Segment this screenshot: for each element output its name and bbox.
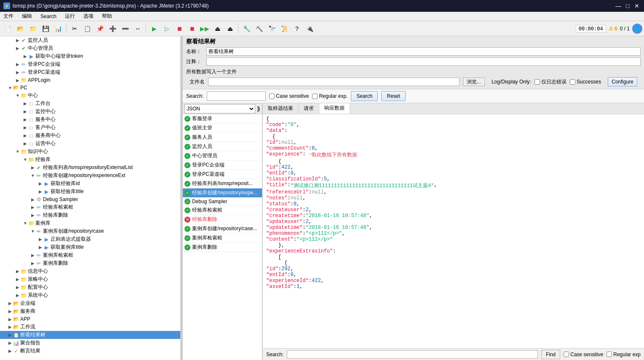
configure-button[interactable]: Configure <box>608 77 637 86</box>
tree-arrow-icon[interactable]: ▶ <box>8 341 13 346</box>
tree-node[interactable]: ▶ ✏ 登录PC渠道端 <box>0 68 180 76</box>
tree-node[interactable]: ▶ ✔ 中心管理员 <box>0 44 180 52</box>
tree-node[interactable]: ▶ 📁 策略中心 <box>0 275 180 283</box>
sampler-item[interactable]: ✓ 经验库创建/repository/expe... <box>183 188 262 198</box>
tab-request[interactable]: 请求 <box>299 103 319 114</box>
comment-input[interactable] <box>206 57 641 66</box>
bottom-search-input[interactable] <box>287 350 538 359</box>
func-button[interactable]: ? <box>291 23 303 35</box>
case-sensitive-label[interactable]: Case sensitive <box>269 93 309 99</box>
tree-arrow-icon[interactable]: ▼ <box>23 157 28 162</box>
remote-exit-button[interactable]: ⏏ <box>224 23 236 35</box>
tree-arrow-icon[interactable]: ▼ <box>15 149 20 154</box>
tree-node[interactable]: ▶ ✏ 经验库检索框 <box>0 203 180 211</box>
response-content[interactable]: { "code":"0", "data": { "id":null, "comm… <box>263 114 644 348</box>
tree-arrow-icon[interactable]: ▶ <box>15 78 20 83</box>
tree-arrow-icon[interactable]: ▶ <box>23 54 28 59</box>
sampler-item[interactable]: ✕ 经验库删除 <box>183 215 262 224</box>
tree-arrow-icon[interactable]: ▶ <box>23 133 28 138</box>
maximize-button[interactable]: □ <box>624 2 631 10</box>
tree-arrow-icon[interactable]: ▶ <box>8 325 13 330</box>
expand-button[interactable]: ↔ <box>132 23 144 35</box>
tree-arrow-icon[interactable]: ▼ <box>15 93 20 98</box>
tree-node[interactable]: ▶ ✔ 经验库列表/lsmsp/repositoryExternalList <box>0 164 180 172</box>
tree-node[interactable]: ▼ 📁 经验库 <box>0 156 180 164</box>
tree-arrow-icon[interactable]: ▼ <box>23 221 28 226</box>
tree-arrow-icon[interactable]: ▶ <box>15 277 20 282</box>
name-input[interactable] <box>206 47 641 56</box>
tree-node[interactable]: ▶ ▶ 获取经验库id <box>0 180 180 188</box>
tree-arrow-icon[interactable]: ▶ <box>30 253 35 258</box>
menu-run[interactable]: 运行 <box>63 12 77 21</box>
tree-node[interactable]: ▶ □ 客户中心 <box>0 124 180 132</box>
tree-node[interactable]: ▶ 📁 系统中心 <box>0 291 180 299</box>
tree-node[interactable]: ▶ 📁 信息中心 <box>0 267 180 275</box>
stop-button[interactable]: ⏹ <box>174 23 185 35</box>
remote-start-button[interactable]: ▶▶ <box>199 23 211 35</box>
error-checkbox[interactable] <box>534 79 540 85</box>
tree-node[interactable]: ▶ ✏ 案例库检索框 <box>0 251 180 259</box>
tree-node[interactable]: ▶ ✔ 监控人员 <box>0 36 180 44</box>
sampler-item[interactable]: ✓ 经验库检索框 <box>183 206 262 215</box>
tree-arrow-icon[interactable]: ▶ <box>15 293 20 298</box>
sampler-item[interactable]: ✓ 经验库列表/lsmsp/reposit... <box>183 179 262 188</box>
tree-node[interactable]: ▶ 📂 企业端 <box>0 299 180 307</box>
tree-node[interactable]: ▶ ▶ 获取经验库title <box>0 188 180 196</box>
tree-arrow-icon[interactable]: ▶ <box>23 125 28 130</box>
search-input[interactable] <box>207 91 266 101</box>
close-button[interactable]: ✕ <box>633 2 641 10</box>
tree-node[interactable]: ▶ ✏ 案例库删除 <box>0 259 180 267</box>
tree-arrow-icon[interactable]: ▶ <box>8 309 13 314</box>
expand-sampler-icon[interactable]: ⟫ <box>257 105 260 112</box>
tree-node[interactable]: ▶ 📁 APPLogin <box>0 76 180 84</box>
bs-regexp-label[interactable]: Regular exp <box>607 352 641 357</box>
tree-arrow-icon[interactable]: ▶ <box>30 165 35 170</box>
cut-button[interactable]: ✂ <box>69 23 80 35</box>
menu-file[interactable]: 文件 <box>2 12 15 21</box>
tree-arrow-icon[interactable]: ▶ <box>8 333 13 338</box>
paste-button[interactable]: 📌 <box>94 23 106 35</box>
tree-arrow-icon[interactable]: ▼ <box>30 173 35 178</box>
save-button[interactable]: 💾 <box>40 23 51 35</box>
tree-arrow-icon[interactable]: ▶ <box>38 245 43 250</box>
copy-button[interactable]: 📋 <box>81 23 93 35</box>
tree-node[interactable]: ▼ 📁 案例库 <box>0 219 180 227</box>
format-select[interactable]: JSON <box>184 104 255 113</box>
tree-arrow-icon[interactable]: ▼ <box>30 229 35 234</box>
remote-button[interactable]: 🔌 <box>304 23 315 35</box>
find-button[interactable]: Find <box>541 350 560 359</box>
bs-regexp-checkbox[interactable] <box>607 352 612 357</box>
tree-node[interactable]: ▶ □ 运营中心 <box>0 140 180 148</box>
open2-button[interactable]: 📁 <box>27 23 39 35</box>
sampler-item[interactable]: ✓ Debug Sampler <box>183 198 262 206</box>
sampler-item[interactable]: ✓ 登录PC渠道端 <box>183 170 262 179</box>
remote-stop-button[interactable]: ⏏ <box>211 23 223 35</box>
tree-arrow-icon[interactable]: ▶ <box>15 46 20 51</box>
tree-arrow-icon[interactable]: ▶ <box>15 70 20 75</box>
clear-all-button[interactable]: 🔨 <box>253 23 265 35</box>
tree-arrow-icon[interactable]: ▶ <box>30 213 35 218</box>
success-checkbox[interactable] <box>570 79 575 85</box>
sampler-item[interactable]: ✓ 案例库创建/repository/case... <box>183 224 262 234</box>
tree-node[interactable]: ▶ 📁 配置中心 <box>0 283 180 291</box>
start-button[interactable]: ▶ <box>148 23 160 35</box>
tree-arrow-icon[interactable]: ▶ <box>8 301 13 306</box>
menu-help[interactable]: 帮助 <box>100 12 114 21</box>
success-checkbox-label[interactable]: Successes <box>570 79 601 85</box>
tree-arrow-icon[interactable]: ▶ <box>8 349 13 354</box>
tree-node[interactable]: ▶ ✓ 断言结果 <box>0 347 180 355</box>
menu-search[interactable]: Search <box>39 13 58 20</box>
sampler-item[interactable]: ✓ 客服登录 <box>183 114 262 124</box>
sampler-item[interactable]: ✓ 案例库删除 <box>183 243 262 252</box>
tree-node[interactable]: ▼ 📁 知识中心 <box>0 148 180 156</box>
regexp-label[interactable]: Regular exp. <box>312 93 347 99</box>
tree-node[interactable]: ▶ □ 监控中心 <box>0 107 180 116</box>
tree-node[interactable]: ▶ 📂 服务商 <box>0 307 180 315</box>
search-button[interactable]: Search <box>351 91 378 101</box>
start-no-pause-button[interactable]: ▷ <box>161 23 173 35</box>
new-button[interactable]: 📄 <box>2 23 13 35</box>
tree-arrow-icon[interactable]: ▶ <box>30 197 35 202</box>
sampler-item[interactable]: ✓ 中心管理员 <box>183 151 262 161</box>
clear-button[interactable]: 🔧 <box>240 23 252 35</box>
tree-node[interactable]: ▶ ▶ 获取中心端登录token <box>0 52 180 60</box>
